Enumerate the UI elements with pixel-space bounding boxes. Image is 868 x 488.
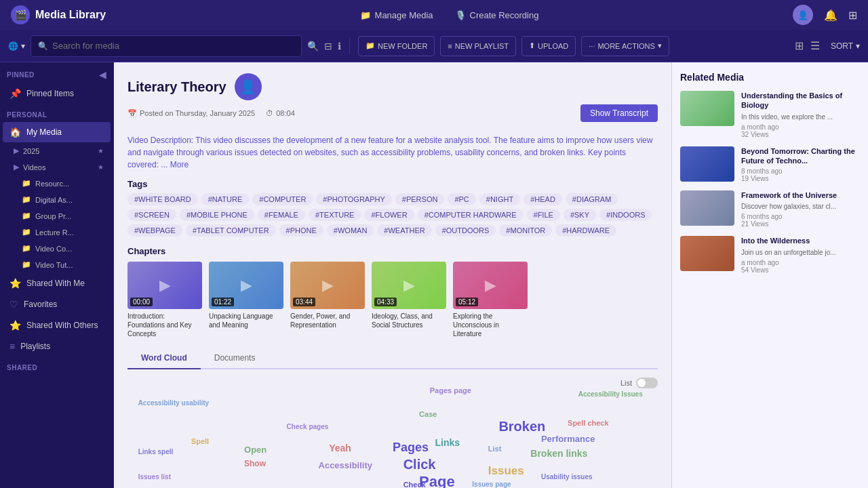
new-folder-btn[interactable]: 📁 NEW FOLDER xyxy=(358,36,435,56)
sidebar-item-videos[interactable]: ▶ Videos ★ xyxy=(3,159,111,175)
word-cloud-word[interactable]: List xyxy=(488,445,502,453)
chapter-time: 04:33 xyxy=(374,298,397,306)
notifications-icon[interactable]: 🔔 xyxy=(824,9,837,22)
tag-item[interactable]: #WHITE BOARD xyxy=(127,193,198,205)
chapter-item[interactable]: ▶ 00:00 Introduction: Foundations and Ke… xyxy=(127,262,202,338)
grid-view-btn[interactable]: ⊞ xyxy=(792,38,806,54)
shared-with-others-label: Shared With Others xyxy=(26,321,98,330)
sidebar-folder-item[interactable]: 📁Resourc... xyxy=(3,176,111,191)
word-cloud-word[interactable]: Accessibility usability xyxy=(138,399,210,407)
chapter-item[interactable]: ▶ 04:33 Ideology, Class, and Social Stru… xyxy=(372,262,446,338)
search-icon-btn[interactable]: 🔍 xyxy=(307,41,319,52)
info-icon[interactable]: ℹ xyxy=(338,41,341,52)
new-playlist-btn[interactable]: ≡ NEW PLAYLIST xyxy=(440,36,516,56)
sidebar-item-playlists[interactable]: ≡ Playlists xyxy=(3,336,111,357)
tag-item[interactable]: #WEATHER xyxy=(377,224,431,237)
chapter-label: Exploring the Unconscious in Literature xyxy=(453,312,528,338)
word-cloud-word[interactable]: Case xyxy=(419,410,437,418)
word-cloud-word[interactable]: Links spell xyxy=(138,448,174,455)
word-cloud-word[interactable]: Show xyxy=(244,459,266,468)
tag-item[interactable]: #FLOWER xyxy=(364,209,414,221)
sort-btn[interactable]: SORT ▾ xyxy=(831,41,860,51)
more-link[interactable]: More xyxy=(170,160,189,169)
word-cloud-word[interactable]: Accessibility xyxy=(319,460,373,470)
manage-media-btn[interactable]: 📁 Manage Media xyxy=(360,10,433,20)
tag-item[interactable]: #INDOORS xyxy=(599,209,652,221)
toolbar-right: ⊞ ☰ SORT ▾ xyxy=(792,38,860,54)
sidebar-item-pinned-items[interactable]: 📌 Pinned Items xyxy=(3,83,111,104)
word-cloud-word[interactable]: Issues list xyxy=(138,473,171,481)
related-item[interactable]: Framework of the Universe Discover how g… xyxy=(680,190,860,228)
word-cloud-word[interactable]: Spell xyxy=(191,437,209,445)
show-transcript-btn[interactable]: Show Transcript xyxy=(580,104,658,122)
apps-grid-icon[interactable]: ⊞ xyxy=(848,9,857,22)
word-cloud-word[interactable]: Usability issues xyxy=(541,473,593,481)
filter-icon[interactable]: ⊟ xyxy=(324,41,332,52)
sidebar-item-my-media[interactable]: 🏠 My Media xyxy=(3,122,111,142)
word-cloud-word[interactable]: Broken xyxy=(498,419,545,434)
tag-item[interactable]: #NIGHT xyxy=(479,193,520,205)
tag-item[interactable]: #MOBILE PHONE xyxy=(180,209,254,221)
word-cloud-word[interactable]: Yeah xyxy=(329,443,351,453)
tag-item[interactable]: #PC xyxy=(448,193,475,205)
chapter-item[interactable]: ▶ 05:12 Exploring the Unconscious in Lit… xyxy=(453,262,528,338)
chapter-item[interactable]: ▶ 01:22 Unpacking Language and Meaning xyxy=(209,262,283,338)
tag-item[interactable]: #HARDWARE xyxy=(555,224,616,237)
globe-button[interactable]: 🌐 ▾ xyxy=(8,41,25,51)
tag-item[interactable]: #COMPUTER xyxy=(252,193,313,205)
more-actions-btn[interactable]: ··· MORE ACTIONS ▾ xyxy=(581,36,669,56)
chapter-item[interactable]: ▶ 03:44 Gender, Power, and Representatio… xyxy=(290,262,365,338)
word-cloud-word[interactable]: Broken links xyxy=(530,448,587,459)
tag-item[interactable]: #FEMALE xyxy=(258,209,305,221)
tag-item[interactable]: #COMPUTER HARDWARE xyxy=(418,209,524,221)
word-cloud-word[interactable]: Spell check xyxy=(568,419,609,427)
tag-item[interactable]: #OUTDOORS xyxy=(435,224,496,237)
word-cloud-word[interactable]: Pages page xyxy=(430,386,471,394)
tag-item[interactable]: #FILE xyxy=(527,209,560,221)
word-cloud-word[interactable]: Links xyxy=(435,437,460,448)
sidebar-folder-item[interactable]: 📁Video Co... xyxy=(3,241,111,256)
related-item[interactable]: Understanding the Basics of Biology In t… xyxy=(680,91,860,138)
tag-item[interactable]: #PHONE xyxy=(279,224,323,237)
tag-item[interactable]: #DIAGRAM xyxy=(566,193,618,205)
sidebar-item-shared-with-others[interactable]: ⭐ Shared With Others xyxy=(3,315,111,336)
list-view-btn[interactable]: ☰ xyxy=(808,38,823,54)
upload-btn[interactable]: ⬆ UPLOAD xyxy=(521,36,576,56)
sidebar-item-shared-with-me[interactable]: ⭐ Shared With Me xyxy=(3,273,111,293)
tag-item[interactable]: #SKY xyxy=(564,209,596,221)
related-item[interactable]: Beyond Tomorrow: Charting the Future of … xyxy=(680,146,860,183)
tag-item[interactable]: #TABLET COMPUTER xyxy=(186,224,276,237)
word-cloud-word[interactable]: Issues page xyxy=(472,481,511,488)
sidebar-folder-item[interactable]: 📁Video Tut... xyxy=(3,257,111,272)
word-cloud-word[interactable]: Pages xyxy=(393,441,429,455)
related-item[interactable]: Into the Wilderness Join us on an unforg… xyxy=(680,236,860,273)
tag-item[interactable]: #MONITOR xyxy=(499,224,552,237)
word-cloud-word[interactable]: Issues xyxy=(488,464,524,478)
tag-item[interactable]: #TEXTURE xyxy=(309,209,361,221)
sidebar-item-favorites[interactable]: ♡ Favorites xyxy=(3,294,111,314)
word-cloud-word[interactable]: Click xyxy=(403,457,436,472)
tag-item[interactable]: #PHOTOGRAPHY xyxy=(316,193,392,205)
sidebar-item-2025[interactable]: ▶ 2025 ★ xyxy=(3,143,111,159)
tag-item[interactable]: #HEAD xyxy=(524,193,562,205)
search-input[interactable] xyxy=(52,41,294,51)
create-recording-btn[interactable]: 🎙️ Create Recording xyxy=(455,10,539,20)
app-logo[interactable]: 🎬 Media Library xyxy=(11,5,106,24)
word-cloud-word[interactable]: Performance xyxy=(541,434,595,444)
sidebar-collapse-btn[interactable]: ◀ xyxy=(99,69,106,80)
word-cloud-word[interactable]: Accessibility Issues xyxy=(578,390,643,398)
user-avatar[interactable]: 👤 xyxy=(793,5,813,25)
tag-item[interactable]: #PERSON xyxy=(395,193,445,205)
tag-item[interactable]: #WOMAN xyxy=(327,224,374,237)
tab-documents[interactable]: Documents xyxy=(201,348,269,369)
tab-word-cloud[interactable]: Word Cloud xyxy=(127,348,201,369)
word-cloud-word[interactable]: Check xyxy=(403,481,426,488)
word-cloud-word[interactable]: Check pages xyxy=(287,423,329,430)
word-cloud-word[interactable]: Open xyxy=(244,445,267,455)
tag-item[interactable]: #SCREEN xyxy=(127,209,176,221)
tag-item[interactable]: #NATURE xyxy=(201,193,250,205)
sidebar-folder-item[interactable]: 📁Lecture R... xyxy=(3,224,111,240)
tag-item[interactable]: #WEBPAGE xyxy=(127,224,182,237)
sidebar-folder-item[interactable]: 📁Digital As... xyxy=(3,192,111,207)
sidebar-folder-item[interactable]: 📁Group Pr... xyxy=(3,208,111,224)
